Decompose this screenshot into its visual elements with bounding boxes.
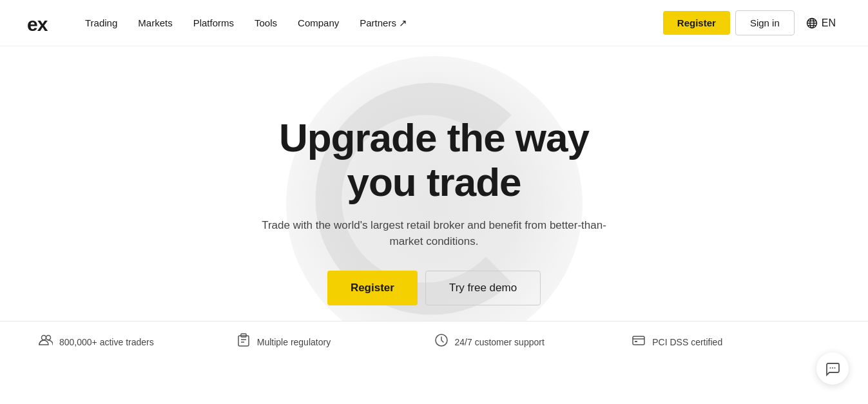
svg-point-6: [42, 336, 46, 340]
svg-point-7: [46, 336, 51, 340]
chat-bubble[interactable]: [816, 352, 849, 385]
globe-icon: [806, 17, 818, 29]
chat-icon: [825, 361, 840, 376]
creditcard-icon: [632, 333, 646, 347]
svg-rect-15: [635, 341, 637, 342]
stat-support: 24/7 customer support: [434, 333, 632, 351]
hero-buttons: Register Try free demo: [327, 271, 541, 305]
stat-traders-text: 800,000+ active traders: [59, 337, 154, 347]
clock-icon: [434, 333, 448, 347]
users-icon: [39, 333, 53, 347]
navbar: ex Trading Markets Platforms Tools Compa…: [0, 0, 868, 46]
navbar-right: Register Sign in EN: [663, 10, 842, 35]
stat-pci-text: PCI DSS certified: [652, 337, 722, 347]
stat-regulatory: Multiple regulatory: [236, 333, 434, 351]
svg-text:ex: ex: [27, 14, 48, 35]
nav-trading[interactable]: Trading: [77, 12, 125, 34]
stat-traders: 800,000+ active traders: [39, 333, 236, 351]
logo-icon: ex: [26, 9, 54, 37]
svg-point-17: [832, 367, 833, 369]
stat-regulatory-text: Multiple regulatory: [257, 337, 331, 347]
nav-partners[interactable]: Partners ↗: [352, 12, 415, 34]
nav-links: Trading Markets Platforms Tools Company …: [77, 12, 415, 34]
nav-markets[interactable]: Markets: [130, 12, 180, 34]
hero-subtitle: Trade with the world's largest retail br…: [260, 217, 608, 250]
language-selector[interactable]: EN: [800, 12, 842, 34]
traders-icon: [39, 333, 53, 351]
register-button-nav[interactable]: Register: [663, 11, 730, 35]
stat-pci: PCI DSS certified: [632, 333, 829, 351]
regulatory-icon: [236, 333, 251, 351]
try-free-demo-button[interactable]: Try free demo: [425, 271, 541, 305]
signin-button[interactable]: Sign in: [735, 10, 795, 35]
navbar-left: ex Trading Markets Platforms Tools Compa…: [26, 9, 415, 37]
lang-label: EN: [822, 17, 836, 29]
pci-icon: [632, 333, 646, 351]
clipboard-icon: [236, 333, 251, 347]
svg-point-16: [830, 367, 831, 369]
hero-section: Upgrade the way you trade Trade with the…: [0, 46, 868, 362]
hero-content: Upgrade the way you trade Trade with the…: [260, 116, 608, 305]
stat-support-text: 24/7 customer support: [455, 337, 545, 347]
nav-platforms[interactable]: Platforms: [186, 12, 242, 34]
hero-title: Upgrade the way you trade: [279, 116, 589, 204]
register-button-hero[interactable]: Register: [327, 271, 418, 305]
nav-company[interactable]: Company: [290, 12, 347, 34]
nav-tools[interactable]: Tools: [247, 12, 285, 34]
svg-point-18: [834, 367, 836, 369]
svg-rect-13: [633, 336, 644, 345]
logo[interactable]: ex: [26, 9, 54, 37]
support-icon: [434, 333, 448, 351]
